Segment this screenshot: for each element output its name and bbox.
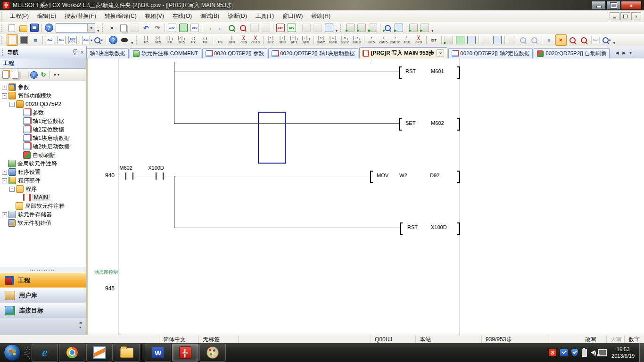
panel-close-icon[interactable]: × bbox=[81, 50, 83, 55]
doc-find2-button[interactable] bbox=[529, 35, 540, 45]
expander-icon[interactable]: − bbox=[9, 187, 15, 192]
expander-icon[interactable]: + bbox=[2, 85, 7, 90]
toolbar-overflow-icon[interactable]: ▾ bbox=[97, 28, 99, 34]
ladder-tool-open-contact[interactable]: ┤├F5 bbox=[140, 34, 152, 46]
wps-taskbar-button[interactable]: W bbox=[145, 344, 171, 362]
save-button[interactable] bbox=[29, 23, 40, 33]
ladder-tool-rising-edge[interactable]: ↑aF5 bbox=[366, 34, 378, 46]
paste-object-button[interactable] bbox=[20, 71, 29, 79]
ladder-tool-rising-pulse-not-branch[interactable]: ┤↑/┐saF7 bbox=[339, 34, 351, 46]
write-to-plc-button[interactable]: → bbox=[204, 23, 215, 33]
expander-icon[interactable]: − bbox=[2, 93, 7, 99]
open-file-button[interactable] bbox=[18, 23, 28, 33]
toolbar-overflow-icon[interactable]: ▾ bbox=[131, 41, 133, 46]
tab-axis1-block-start[interactable]: 0020:QD75P2[]-轴1块启动数据 bbox=[268, 48, 358, 58]
stack-more-icon[interactable]: ▾ bbox=[79, 325, 81, 329]
menu-compile[interactable]: 转换/编译(C) bbox=[100, 10, 141, 22]
watch-stop-button[interactable] bbox=[261, 23, 271, 33]
ladder-tool-vertical-line[interactable]: │sF9 bbox=[226, 34, 238, 46]
device-cclink-button[interactable]: DevCC-L bbox=[67, 35, 78, 45]
tree-item-global-comment[interactable]: 全局软元件注释 bbox=[0, 159, 86, 168]
monitor-write-mode-button[interactable]: × bbox=[555, 34, 567, 46]
paint-taskbar-button[interactable] bbox=[199, 344, 226, 362]
ladder-monitor-button[interactable]: ▶ bbox=[345, 23, 355, 33]
device-display-button[interactable]: ▶ bbox=[394, 23, 404, 33]
ladder-tool-falling-pulse-not-branch[interactable]: ┤↓/┐saF8 bbox=[351, 34, 363, 46]
expander-icon[interactable]: + bbox=[2, 170, 7, 175]
erase-line-button[interactable] bbox=[466, 35, 477, 45]
watch-window-button[interactable]: ▶ bbox=[382, 23, 393, 33]
menu-window[interactable]: 窗口(W) bbox=[278, 10, 307, 22]
program-doc-button[interactable] bbox=[301, 23, 312, 33]
watch-start-button[interactable] bbox=[249, 23, 260, 33]
tree-item-axis2-positioning[interactable]: 轴2定位数据 bbox=[0, 125, 86, 134]
tab-auto-refresh[interactable]: 0020:QD75P2[]-自动刷新 bbox=[534, 48, 610, 58]
refresh-view-button[interactable]: ↻ bbox=[39, 71, 48, 79]
ladder-tool-rising-pulse-not[interactable]: ┤↑/├saF5 bbox=[315, 34, 327, 46]
tab-axis2-positioning[interactable]: 0020:QD75P2[]-轴2定位数据 bbox=[448, 48, 533, 58]
trend-monitor-button[interactable]: ▶ bbox=[408, 23, 419, 33]
tab-list-button[interactable]: ▾ bbox=[627, 49, 634, 57]
edit-line-button[interactable]: ▶ bbox=[444, 35, 454, 45]
ladder-tool-rising-pulse[interactable]: ┤↑├sF7 bbox=[265, 34, 277, 46]
toolbar-overflow-icon[interactable]: ▾ bbox=[613, 41, 616, 46]
find-contact-button[interactable] bbox=[568, 35, 578, 45]
device-comment-button[interactable]: Dev bbox=[167, 23, 177, 33]
ladder-tool-falling-pulse[interactable]: ┤↓├sF8 bbox=[277, 34, 289, 46]
toolbar-overflow-icon[interactable]: ▾ bbox=[431, 28, 434, 34]
gxworks2-taskbar-button[interactable]: ╬ bbox=[172, 344, 198, 362]
network-tray-button[interactable] bbox=[598, 349, 607, 356]
zoom-button[interactable]: ▾ bbox=[602, 35, 612, 45]
menu-view[interactable]: 视图(V) bbox=[141, 10, 168, 22]
device-display-format-button[interactable]: Dev▾ bbox=[82, 35, 92, 45]
ladder-tool-falling-edge[interactable]: ↓caF5 bbox=[378, 34, 389, 46]
ladder-tool-rising-pulse-branch[interactable]: ┤↑├┐aF7 bbox=[289, 34, 300, 46]
copy-object-button[interactable] bbox=[11, 71, 19, 79]
display-connection-button[interactable]: ≡ bbox=[544, 35, 554, 45]
ladder-tool-ist[interactable]: IST bbox=[428, 34, 440, 46]
find-coil-button[interactable] bbox=[579, 35, 589, 45]
monitor-stop-button[interactable] bbox=[238, 23, 248, 33]
menu-edit[interactable]: 编辑(E) bbox=[33, 10, 60, 22]
close-button[interactable]: × bbox=[621, 1, 642, 10]
tree-item-axis2-block-start[interactable]: 轴2块启动数据 bbox=[0, 142, 86, 151]
program-doc2-button[interactable] bbox=[313, 23, 323, 33]
menu-find-replace[interactable]: 搜索/替换(F) bbox=[60, 10, 100, 22]
tree-item-program[interactable]: −程序 bbox=[0, 185, 86, 193]
taskbar-clock[interactable]: 16:53 2013/6/19 bbox=[611, 346, 635, 359]
tree-item-auto-refresh[interactable]: 自动刷新 bbox=[0, 151, 86, 159]
stack-button-user-library[interactable]: 用户库 bbox=[0, 288, 86, 304]
updater-tray-button[interactable] bbox=[560, 349, 568, 356]
new-object-button[interactable] bbox=[1, 71, 10, 79]
menu-help[interactable]: 帮助(H) bbox=[307, 10, 335, 22]
minimize-button[interactable] bbox=[592, 1, 606, 10]
ladder-tool-delete-vertical[interactable]: ╳cF10 bbox=[250, 34, 262, 46]
mdi-close-button[interactable]: × bbox=[631, 12, 641, 20]
sort-filter-button[interactable]: ▼▾ bbox=[52, 71, 60, 79]
stack-overflow-icon[interactable]: » bbox=[79, 320, 82, 325]
menu-tools[interactable]: 工具(T) bbox=[251, 10, 278, 22]
tips-button[interactable]: ? bbox=[108, 35, 118, 45]
read-from-plc-button[interactable]: ← bbox=[215, 23, 226, 33]
mdi-restore-button[interactable] bbox=[620, 12, 630, 20]
device-find-button[interactable]: Dev bbox=[45, 35, 55, 45]
ladder-tool-close-branch[interactable]: ┤/├┐sF6 bbox=[176, 34, 188, 46]
wave-monitor-button[interactable]: ▶ bbox=[420, 23, 430, 33]
expander-icon[interactable]: − bbox=[9, 102, 15, 107]
ladder-editor[interactable]: RST M601 SET M602 940 M602 X100D MOV W2 … bbox=[88, 58, 644, 335]
navigation-toggle-button[interactable] bbox=[7, 34, 18, 46]
doc-find-button[interactable] bbox=[518, 35, 528, 45]
list-view-button[interactable]: ≡ bbox=[30, 35, 41, 45]
open-contact[interactable] bbox=[125, 173, 133, 180]
ladder-tool-coil[interactable]: ( )F7 bbox=[188, 34, 199, 46]
show-desktop-button[interactable] bbox=[639, 343, 644, 362]
device-skip-button[interactable]: Dev bbox=[590, 35, 601, 45]
find-device-button[interactable]: ▾ bbox=[93, 35, 104, 45]
pin-icon[interactable] bbox=[73, 49, 77, 55]
doc-create-button[interactable] bbox=[507, 35, 517, 45]
tree-item-qd75p2[interactable]: −0020:QD75P2 bbox=[0, 100, 86, 108]
write-line-button[interactable] bbox=[455, 35, 465, 45]
tab-scroll-left-button[interactable]: ◀ bbox=[613, 49, 620, 57]
tree-item-device-memory[interactable]: +软元件存储器 bbox=[0, 210, 86, 219]
device-test-button[interactable] bbox=[481, 35, 491, 45]
